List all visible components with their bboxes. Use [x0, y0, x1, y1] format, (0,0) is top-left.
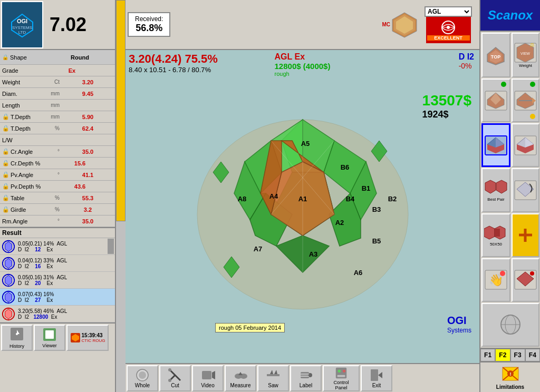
svg-point-52 — [168, 379, 171, 382]
50x50-label: 50X50 — [490, 242, 502, 247]
pvangle-value[interactable]: 41.1 — [61, 172, 115, 178]
yellow-bar — [116, 0, 126, 221]
video-button[interactable]: Video — [192, 365, 224, 391]
whole-icon — [135, 368, 150, 383]
table-value[interactable]: 55.3 — [61, 195, 115, 201]
history-button[interactable]: History — [1, 325, 33, 351]
green-dot-2 — [530, 82, 535, 87]
crdepth-value[interactable]: 15.6 — [45, 160, 115, 166]
50x50-btn[interactable]: 50X50 — [481, 213, 510, 257]
ogi-logo-icon: OGI SYSTEMS LTD — [9, 12, 35, 38]
rmangle-label: Rm.Angle — [0, 218, 45, 224]
rmangle-value[interactable]: 35.0 — [61, 218, 115, 224]
ctic-icon — [70, 332, 81, 343]
result-item[interactable]: 0.05(0.21) 14% AGL D I2 12 Ex — [0, 238, 115, 255]
diam-value[interactable]: 9.45 — [61, 91, 115, 97]
time-display-btn: 15:39:43 CTIC ROUG — [66, 325, 109, 351]
svg-text:LTD: LTD — [18, 30, 26, 35]
saw-button[interactable]: Saw — [257, 365, 289, 391]
label-A7: A7 — [253, 245, 262, 253]
whole-label: Whole — [135, 383, 150, 388]
view-top-btn[interactable]: TOP — [481, 33, 510, 77]
prop-tdepth-pct: 🔒T.Depth % 62.4 — [0, 123, 115, 134]
label-button[interactable]: Label — [290, 365, 322, 391]
tdepth-mm-unit: mm — [45, 114, 61, 120]
svg-marker-5 — [5, 241, 12, 251]
label-B6: B6 — [340, 163, 349, 171]
selected-view-btn[interactable] — [481, 123, 510, 167]
small-price: 1924$ — [422, 109, 471, 120]
result-data-1: 0.05(0.21) 14% AGL D I2 12 Ex — [18, 241, 108, 252]
result-data-2: 0.04(0.12) 33% AGL D I2 16 Ex — [18, 258, 114, 269]
svg-marker-60 — [274, 370, 277, 374]
crangle-value[interactable]: 35.0 — [61, 149, 115, 155]
rmangle-unit: ° — [45, 218, 61, 224]
yellow-plus-btn[interactable] — [512, 213, 539, 257]
label-A4: A4 — [269, 192, 278, 200]
ogi-watermark: OGI Systems — [447, 315, 471, 334]
globe-btn[interactable] — [481, 303, 539, 347]
f2-button[interactable]: F2 — [495, 349, 510, 361]
shape-value[interactable]: Round — [45, 53, 115, 62]
result-item-4[interactable]: 0.07(0.43) 16% D I2 27 Ex — [0, 289, 115, 306]
result-icon-2 — [1, 256, 16, 271]
cut-button[interactable]: Cut — [159, 365, 191, 391]
diam-label: Diam. — [0, 91, 45, 97]
result-item-2[interactable]: 0.04(0.12) 33% AGL D I2 16 Ex — [0, 255, 115, 272]
agl-control-area: AGL GIA IGI HRD EXCELLENT — [425, 6, 472, 43]
weight-label: Weight — [0, 79, 45, 85]
view-4dir-btn[interactable]: VIEW ⚖ Weight — [512, 33, 539, 77]
girdle-value[interactable]: 3.2 — [61, 207, 115, 213]
result-item-5[interactable]: 3.20(5.58) 46% AGL D I2 12800 Ex — [0, 306, 115, 322]
hand-btn[interactable]: 👋 — [481, 258, 510, 302]
result-list: 0.05(0.21) 14% AGL D I2 12 Ex 0.04(0.12)… — [0, 238, 115, 322]
alt-view-btn[interactable] — [512, 123, 539, 167]
prop-length: Length mm — [0, 100, 115, 111]
rough-label: rough — [275, 71, 331, 77]
grade-value[interactable]: Ex — [45, 67, 99, 74]
received-label: Received: — [135, 15, 163, 23]
prop-lw: L/W — [0, 134, 115, 146]
pvdepth-value[interactable]: 43.6 — [45, 183, 115, 190]
agl-select[interactable]: AGL GIA IGI HRD — [425, 6, 472, 17]
scrollbar-1[interactable] — [108, 239, 114, 254]
cut-icon — [168, 368, 182, 383]
label-A2: A2 — [335, 219, 344, 227]
result-line1-4: 0.07(0.43) 16% — [18, 291, 114, 297]
f3-button[interactable]: F3 — [510, 349, 525, 361]
limitations-button[interactable]: ! Limitations — [480, 361, 540, 392]
svg-text:⚖: ⚖ — [530, 42, 534, 47]
result-item-3[interactable]: 0.05(0.16) 31% AGL D I2 20 Ex — [0, 272, 115, 289]
result-line2-4: D I2 27 Ex — [18, 297, 114, 303]
hand-icon: 👋 — [484, 269, 508, 290]
green-dot-right-btn[interactable] — [512, 79, 539, 122]
svg-text:TOP: TOP — [491, 54, 500, 60]
best-pair-btn[interactable]: Best Pair — [481, 168, 510, 212]
prop-tdepth-mm: 🔒T.Depth mm 5.90 — [0, 111, 115, 123]
rotate-view-btn[interactable] — [512, 168, 539, 212]
left-bottom-toolbar: History Viewer 15:39:43 CTIC ROUG — [0, 322, 115, 351]
weight-value[interactable]: 3.20 — [61, 79, 115, 85]
label-A1: A1 — [298, 195, 307, 203]
whole-button[interactable]: Whole — [127, 365, 158, 391]
svg-rect-61 — [301, 372, 309, 378]
viewer-button[interactable]: Viewer — [34, 325, 65, 351]
prop-crangle: 🔒Cr.Angle ° 35.0 — [0, 146, 115, 158]
prop-rmangle: Rm.Angle ° 35.0 — [0, 215, 115, 227]
exit-button[interactable]: Exit — [361, 365, 392, 391]
result-section: Result 0.05(0.21) 14% AGL D I2 12 Ex — [0, 227, 115, 322]
svg-rect-53 — [202, 371, 211, 379]
f1-button[interactable]: F1 — [480, 349, 495, 361]
control-panel-button[interactable]: ControlPanel — [323, 365, 360, 391]
right-panel: Scanox TOP VIEW ⚖ Weight — [479, 0, 540, 392]
green-dot-left-btn[interactable] — [481, 79, 510, 122]
f4-button[interactable]: F4 — [525, 349, 540, 361]
girdle-label: 🔒Girdle — [0, 206, 45, 213]
shape-row: 🔒 Shape Round — [0, 50, 115, 65]
tdepth-mm-value[interactable]: 5.90 — [61, 114, 115, 120]
globe-icon — [494, 313, 528, 337]
laser-btn[interactable] — [512, 258, 539, 302]
measure-button[interactable]: Measure — [225, 365, 256, 391]
label-label: Label — [300, 383, 312, 388]
tdepth-pct-value[interactable]: 62.4 — [61, 125, 115, 132]
